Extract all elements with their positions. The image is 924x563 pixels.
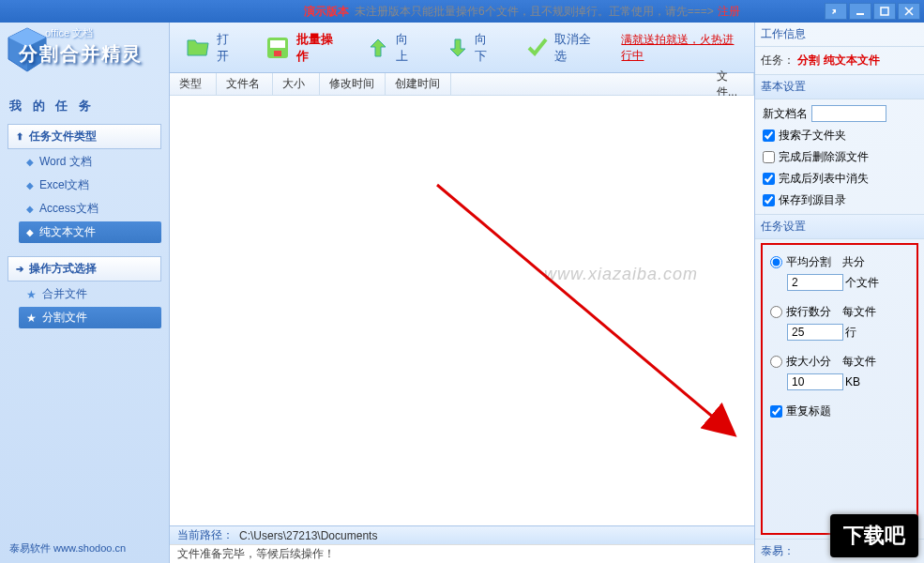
radio-label: 按行数分 — [786, 304, 831, 320]
button-label: 批量操作 — [296, 31, 339, 65]
new-doc-input[interactable] — [811, 105, 886, 122]
group-file-type[interactable]: ⬆ 任务文件类型 — [8, 124, 161, 149]
annotation-arrow — [432, 180, 751, 480]
task-settings-title: 任务设置 — [755, 214, 924, 239]
basic-settings-title: 基本设置 — [755, 74, 924, 99]
col-type[interactable]: 类型 — [170, 73, 217, 95]
cb-remove-list-row: 完成后列表中消失 — [763, 171, 916, 187]
center-panel: 打开 批量操作 向上 向下 取消全选 满就送拍就送，火热进行中 类型 文件名 — [169, 23, 755, 563]
maximize-button[interactable] — [873, 3, 896, 20]
cb-delete-after[interactable] — [763, 151, 775, 163]
arrow-icon: ⬆ — [16, 131, 23, 142]
group-operation[interactable]: ➔ 操作方式选择 — [8, 256, 161, 282]
sidebar-footer: 泰易软件 www.shodoo.cn — [0, 534, 169, 563]
up-button[interactable]: 向上 — [360, 27, 423, 68]
button-label: 打开 — [217, 31, 236, 65]
toolbar: 打开 批量操作 向上 向下 取消全选 满就送拍就送，火热进行中 — [170, 23, 754, 73]
cb-remove-list[interactable] — [763, 173, 775, 185]
sidebar-item-label: Access文档 — [39, 201, 98, 217]
sidebar-item-label: 合并文件 — [42, 286, 87, 302]
sidebar-item-label: Excel文档 — [39, 177, 89, 193]
cb-label: 完成后删除源文件 — [779, 149, 869, 165]
sidebar-item-split[interactable]: ★ 分割文件 — [19, 307, 161, 328]
svg-rect-0 — [856, 13, 864, 15]
sidebar-item-label: Word 文档 — [39, 154, 92, 170]
close-button[interactable] — [898, 3, 920, 20]
sidebar: office 文档 分割合并精灵 我 的 任 务 ⬆ 任务文件类型 ◆ Word… — [0, 23, 169, 563]
demo-msg: 未注册版本只能批量操作6个文件，且不规则掉行。正常使用，请先===> — [355, 4, 714, 20]
suffix-pre: 共分 — [842, 254, 865, 270]
col-mtime[interactable]: 修改时间 — [320, 73, 386, 95]
cb-save-src[interactable] — [763, 194, 775, 206]
split-avg-group: 平均分割 共分 个文件 — [770, 254, 909, 291]
svg-rect-7 — [270, 40, 285, 48]
task-label: 任务： — [761, 53, 795, 67]
star-icon: ★ — [26, 312, 37, 325]
task-settings-box: 平均分割 共分 个文件 按行数分 每文件 行 — [761, 243, 918, 535]
cb-label: 搜索子文件夹 — [779, 128, 846, 144]
watermark: www.xiazaiba.com — [544, 265, 698, 284]
sidebar-item-word[interactable]: ◆ Word 文档 — [19, 151, 161, 173]
col-size[interactable]: 大小 — [273, 73, 320, 95]
arrow-icon: ➔ — [16, 264, 23, 274]
logo-title: 分割合并精灵 — [19, 41, 143, 67]
split-size-group: 按大小分 每文件 KB — [770, 354, 909, 390]
help-button[interactable] — [825, 3, 847, 20]
cb-save-src-row: 保存到源目录 — [763, 192, 916, 208]
cb-repeat-title-row: 重复标题 — [770, 403, 909, 419]
col-ctime[interactable]: 创建时间 — [386, 73, 451, 95]
col-name[interactable]: 文件名 — [217, 73, 273, 95]
batch-button[interactable]: 批量操作 — [259, 27, 344, 68]
col-file[interactable]: 文件... — [707, 73, 754, 95]
suffix: KB — [845, 375, 860, 388]
radio-split-avg[interactable] — [770, 256, 782, 268]
split-size-input[interactable] — [787, 373, 843, 390]
basic-settings-body: 新文档名 搜索子文件夹 完成后删除源文件 完成后列表中消失 保存到源目录 — [755, 99, 924, 214]
sidebar-item-excel[interactable]: ◆ Excel文档 — [19, 175, 161, 196]
diamond-icon: ◆ — [26, 227, 34, 237]
button-label: 向上 — [396, 31, 418, 65]
col-spacer — [451, 73, 707, 95]
diamond-icon: ◆ — [26, 157, 34, 167]
sidebar-item-access[interactable]: ◆ Access文档 — [19, 198, 161, 220]
folder-open-icon — [185, 35, 211, 61]
cb-repeat-title[interactable] — [770, 405, 782, 418]
button-label: 向下 — [475, 31, 497, 65]
register-link[interactable]: 注册 — [718, 4, 740, 20]
deselect-button[interactable]: 取消全选 — [520, 27, 605, 68]
suffix-pre: 每文件 — [842, 304, 876, 320]
sidebar-item-label: 分割文件 — [42, 310, 87, 326]
cb-search-sub-row: 搜索子文件夹 — [763, 128, 916, 144]
file-list[interactable]: www.xiazaiba.com — [170, 96, 754, 525]
diamond-icon: ◆ — [26, 204, 34, 214]
status-message: 文件准备完毕，等候后续操作！ — [170, 544, 754, 563]
promo-link[interactable]: 满就送拍就送，火热进行中 — [621, 32, 745, 64]
diamond-icon: ◆ — [26, 180, 34, 190]
split-rows-input[interactable] — [787, 324, 843, 341]
right-panel: 工作信息 任务： 分割 纯文本文件 基本设置 新文档名 搜索子文件夹 完成后删除… — [755, 23, 924, 563]
work-info-title: 工作信息 — [755, 23, 924, 47]
split-avg-input[interactable] — [787, 274, 843, 291]
minimize-button[interactable] — [849, 3, 871, 20]
sidebar-item-merge[interactable]: ★ 合并文件 — [19, 283, 161, 305]
sidebar-item-text[interactable]: ◆ 纯文本文件 — [19, 221, 161, 243]
svg-rect-1 — [881, 8, 888, 15]
path-label: 当前路径： — [177, 527, 234, 543]
radio-split-rows[interactable] — [770, 306, 782, 318]
suffix: 个文件 — [845, 275, 879, 291]
radio-split-size[interactable] — [770, 356, 782, 368]
group-label: 任务文件类型 — [29, 129, 97, 145]
check-icon — [525, 35, 549, 61]
down-button[interactable]: 向下 — [440, 27, 503, 68]
task-value: 分割 纯文本文件 — [797, 53, 879, 67]
new-doc-label: 新文档名 — [763, 106, 808, 122]
demo-label: 演示版本 — [304, 4, 349, 20]
radio-label: 平均分割 — [786, 254, 831, 270]
logo: office 文档 分割合并精灵 — [0, 23, 169, 88]
radio-label: 按大小分 — [786, 354, 831, 370]
new-doc-name-row: 新文档名 — [763, 105, 916, 122]
group-label: 操作方式选择 — [29, 261, 97, 277]
open-button[interactable]: 打开 — [179, 27, 242, 68]
cb-search-sub[interactable] — [763, 129, 775, 142]
list-header: 类型 文件名 大小 修改时间 创建时间 文件... — [170, 73, 754, 96]
